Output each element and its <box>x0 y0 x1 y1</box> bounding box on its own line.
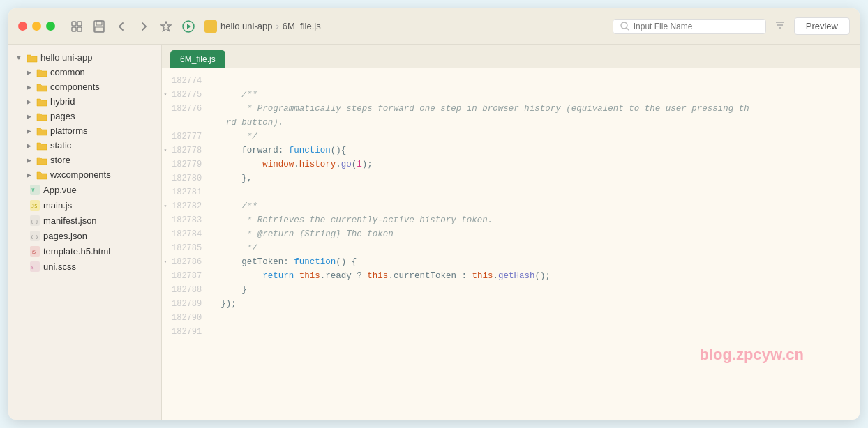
sidebar-item-platforms[interactable]: ▶ platforms <box>8 123 161 138</box>
sidebar-item-store[interactable]: ▶ store <box>8 153 161 167</box>
star-icon[interactable] <box>158 19 174 34</box>
sidebar-item-manifest[interactable]: { } manifest.json <box>8 213 161 228</box>
code-editor: 6M_file.js 182774 ▾182775 182776 – 18277… <box>162 45 860 420</box>
sidebar-item-label: store <box>50 155 70 165</box>
sidebar-item-label: main.js <box>43 200 72 211</box>
sidebar-item-label: wxcomponents <box>50 169 111 180</box>
search-bar[interactable] <box>613 19 766 34</box>
folder-icon <box>36 141 47 151</box>
chevron-right-icon: ▶ <box>24 112 33 121</box>
sidebar: ▼ hello uni-app ▶ common <box>8 45 162 420</box>
sidebar-item-wxcomponents[interactable]: ▶ wxcomponents <box>8 167 161 182</box>
search-icon <box>620 22 629 31</box>
sidebar-item-main-js[interactable]: JS main.js <box>8 197 161 213</box>
svg-rect-10 <box>207 22 214 31</box>
sidebar-item-label: manifest.json <box>43 215 97 226</box>
svg-text:V: V <box>31 188 35 194</box>
scss-file-icon: S <box>29 261 40 272</box>
breadcrumb-sep1: › <box>276 21 278 31</box>
svg-text:JS: JS <box>31 204 37 209</box>
chevron-down-icon: ▼ <box>14 53 24 63</box>
vue-file-icon: V <box>29 184 40 195</box>
run-icon[interactable] <box>181 19 196 34</box>
breadcrumb: hello uni-app › 6M_file.js <box>204 20 604 33</box>
sidebar-item-label: common <box>50 67 85 77</box>
sidebar-item-static[interactable]: ▶ static <box>8 138 161 153</box>
breadcrumb-project: hello uni-app <box>220 21 272 31</box>
html-file-icon: H5 <box>29 245 40 257</box>
sidebar-item-label: pages.json <box>43 231 87 241</box>
sidebar-item-uni-scss[interactable]: S uni.scss <box>8 259 161 274</box>
sidebar-item-label: App.vue <box>43 185 77 195</box>
folder-icon <box>36 112 47 121</box>
svg-rect-4 <box>94 21 104 32</box>
svg-marker-7 <box>161 22 171 31</box>
sidebar-item-components[interactable]: ▶ components <box>8 79 161 94</box>
svg-text:{ }: { } <box>31 219 38 224</box>
svg-marker-9 <box>187 24 191 29</box>
sidebar-item-common[interactable]: ▶ common <box>8 65 161 79</box>
titlebar: hello uni-app › 6M_file.js Preview <box>8 8 860 45</box>
sidebar-item-template-html[interactable]: H5 template.h5.html <box>8 243 161 259</box>
forward-icon[interactable] <box>136 19 151 34</box>
folder-icon <box>36 155 47 165</box>
app-window: hello uni-app › 6M_file.js Preview <box>8 8 860 420</box>
sidebar-item-pages[interactable]: ▶ pages <box>8 109 161 123</box>
sidebar-item-pages-json[interactable]: { } pages.json <box>8 228 161 243</box>
sidebar-item-app-vue[interactable]: V App.vue <box>8 182 161 197</box>
grid-icon[interactable] <box>69 19 84 34</box>
maximize-button[interactable] <box>46 22 55 31</box>
json-file-icon: { } <box>29 230 40 241</box>
chevron-right-icon: ▶ <box>24 155 33 165</box>
chevron-right-icon: ▶ <box>24 126 33 136</box>
svg-text:S: S <box>31 265 34 270</box>
close-button[interactable] <box>18 22 27 31</box>
root-folder-icon <box>27 53 38 63</box>
svg-text:H5: H5 <box>31 250 36 254</box>
sidebar-item-label: components <box>50 82 100 92</box>
sidebar-item-label: pages <box>50 111 75 121</box>
folder-icon <box>36 170 47 180</box>
svg-rect-3 <box>77 27 82 31</box>
sidebar-item-hybrid[interactable]: ▶ hybrid <box>8 94 161 109</box>
sidebar-item-label: uni.scss <box>43 261 76 272</box>
line-numbers: 182774 ▾182775 182776 – 182777 ▾182778 1… <box>162 68 209 420</box>
preview-button[interactable]: Preview <box>794 17 850 35</box>
code-content[interactable]: /** * Programmatically steps forward one… <box>209 68 860 420</box>
sidebar-root-label: hello uni-app <box>40 52 92 63</box>
editor-wrapper: 6M_file.js 182774 ▾182775 182776 – 18277… <box>162 45 860 420</box>
main-content: ▼ hello uni-app ▶ common <box>8 45 860 420</box>
traffic-lights <box>18 22 55 31</box>
save-icon[interactable] <box>91 19 107 34</box>
chevron-right-icon: ▶ <box>24 170 33 180</box>
file-tab-icon <box>204 20 217 33</box>
sidebar-item-label: hybrid <box>50 96 75 107</box>
folder-icon <box>36 97 47 107</box>
chevron-right-icon: ▶ <box>24 68 33 77</box>
js-file-icon: JS <box>29 199 40 211</box>
code-area[interactable]: 182774 ▾182775 182776 – 182777 ▾182778 1… <box>162 68 860 420</box>
sidebar-root[interactable]: ▼ hello uni-app <box>8 50 161 65</box>
svg-rect-0 <box>72 22 76 26</box>
sidebar-item-label: static <box>50 140 71 151</box>
svg-rect-5 <box>96 21 102 25</box>
breadcrumb-file: 6M_file.js <box>283 21 321 31</box>
chevron-right-icon: ▶ <box>24 82 33 92</box>
svg-rect-6 <box>95 27 103 31</box>
folder-icon <box>36 68 47 77</box>
toolbar-icons <box>69 19 196 34</box>
chevron-right-icon: ▶ <box>24 141 33 151</box>
sidebar-item-label: platforms <box>50 125 87 136</box>
folder-icon <box>36 82 47 92</box>
search-input[interactable] <box>634 22 738 31</box>
filter-icon[interactable] <box>775 20 786 32</box>
back-icon[interactable] <box>114 19 129 34</box>
chevron-right-icon: ▶ <box>24 97 33 107</box>
active-tab[interactable]: 6M_file.js <box>170 50 225 68</box>
svg-rect-1 <box>77 22 82 26</box>
minimize-button[interactable] <box>32 22 41 31</box>
folder-icon <box>36 126 47 136</box>
svg-line-12 <box>627 28 629 30</box>
sidebar-item-label: template.h5.html <box>43 246 110 257</box>
svg-text:{ }: { } <box>31 234 38 239</box>
